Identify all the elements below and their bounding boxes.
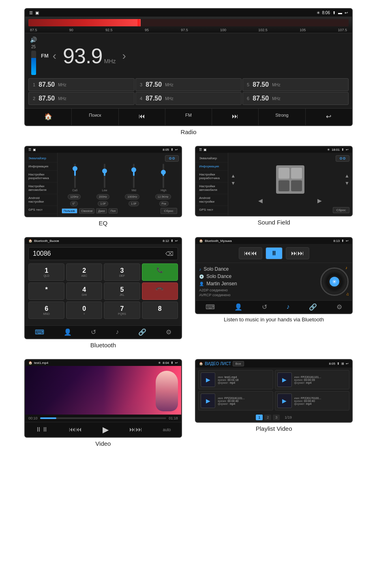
eq-preset-pop[interactable]: Поп [109,208,118,214]
pl-page-2-button[interactable]: 2 [264,415,271,420]
bt-end-button[interactable]: 📞 [142,282,178,300]
bt-music-contacts[interactable]: 👤 [234,303,242,311]
sf-left-arrow[interactable]: ◀ [258,197,263,204]
eq-freq-200[interactable]: 200Hz [96,194,109,199]
eq-preset-jazz[interactable]: Джаз [96,208,107,214]
eq-freq-1000[interactable]: 1000Hz [125,194,139,199]
bt-bottom-contacts[interactable]: 👤 [64,328,72,336]
pl-item-2[interactable]: ▶ имя: FPZ20181101... время: 00:00:40 фо… [198,391,273,411]
bt-key-9[interactable]: 7 PQRS [104,301,140,319]
eq-thumb-low[interactable] [102,169,107,173]
eq-val-1f-1[interactable]: 1.0F [98,201,108,206]
bt-key-7[interactable]: 6 MNO [28,301,64,319]
bt-bottom-recent[interactable]: ↺ [91,328,96,336]
bt-key-3[interactable]: 3 DEF [104,263,140,281]
prev-button[interactable]: ⏮ [119,109,165,125]
bt-bottom-keyboard[interactable]: ⌨ [35,328,44,336]
eq-val-0[interactable]: 0° [70,201,78,206]
back-button[interactable]: ↩ [306,109,352,125]
bt-music-note[interactable]: ♪ [286,303,289,311]
seat-rr[interactable] [291,180,302,191]
pl-page-3-button[interactable]: 3 [273,415,280,420]
bt-bottom-music[interactable]: ♪ [116,328,119,336]
video-track[interactable] [40,417,167,419]
eq-thumb-mid[interactable] [131,167,136,172]
sf-sidebar-gps[interactable]: GPS тест [196,206,228,214]
eq-thumb-high[interactable] [161,170,166,175]
sf-down-button[interactable]: ▼ [231,180,236,186]
eq-thumb-sub[interactable] [73,166,77,171]
bt-backspace-button[interactable]: ⌫ [165,250,174,257]
sf-sidebar-dev[interactable]: Настройки разработчика [196,171,228,182]
sf-up-button[interactable]: ▲ [231,173,236,179]
tuner-track[interactable] [28,19,349,26]
eq-settings-button[interactable]: ⚙⚙ [165,155,179,162]
bt-call-button[interactable]: 📞 [142,263,178,281]
bt-key-6[interactable]: 5 JKL [104,282,140,300]
eq-track-sub[interactable] [74,164,76,188]
preset-5[interactable]: 5 87.50 MHz [242,78,349,91]
prev-freq-button[interactable]: ‹ [53,49,56,62]
sf-right-up-button[interactable]: ▲ [345,173,349,179]
bt-bottom-link[interactable]: 🔗 [138,328,146,336]
bt-music-keyboard[interactable]: ⌨ [206,303,215,311]
fm-button[interactable]: FM [165,109,212,125]
eq-sidebar-equalizer[interactable]: Эквалайзер [25,154,57,163]
eq-sidebar-dev[interactable]: Настройки разработчика [25,171,57,182]
sf-reset-button[interactable]: Сброс [333,207,349,213]
volume-bar[interactable] [31,51,36,75]
preset-4[interactable]: 4 87.50 MHz [135,92,242,105]
seat-fr[interactable] [291,168,302,179]
bt-key-4[interactable]: * [28,282,64,300]
bt-key-hash[interactable]: 8 [142,301,178,319]
bt-music-prev[interactable]: ⏮⏮ [239,247,262,259]
bt-key-5[interactable]: 4 GHI [66,282,102,300]
bt-music-recent[interactable]: ↺ [262,303,267,311]
eq-reset-button[interactable]: Сброс [161,208,177,214]
seat-fl[interactable] [278,168,289,179]
next-button[interactable]: ⏭ [212,109,259,125]
video-prev-button[interactable]: ⏮⏮ [69,426,82,433]
video-next-button[interactable]: ⏭⏭ [129,426,142,433]
eq-val-1f-2[interactable]: 1.0F [129,201,139,206]
eq-track-low[interactable] [104,164,105,188]
sf-sidebar-equalizer[interactable]: Эквалайзер [196,154,228,163]
eq-track-high[interactable] [163,164,164,188]
bt-key-8[interactable]: 0 + [66,301,102,319]
home-button[interactable]: 🏠 [25,109,72,125]
eq-sidebar-info[interactable]: Информация [25,163,57,171]
video-play-button[interactable]: ▶ [103,425,109,434]
bt-bottom-settings[interactable]: ⚙ [166,328,171,336]
bt-music-next[interactable]: ⏭⏭ [286,247,309,259]
sf-settings-button[interactable]: ⚙⚙ [336,155,349,162]
seat-rl[interactable] [278,180,289,191]
eq-freq-120[interactable]: 120Hz [68,194,81,199]
eq-sidebar-android[interactable]: Android настройки [25,194,57,206]
eq-freq-12.5k[interactable]: 12.5KHz [155,194,171,199]
preset-6[interactable]: 6 87.50 MHz [242,92,349,105]
pl-item-0[interactable]: ▶ имя: test1.mp4 время: 00:01:18 формат:… [198,370,273,389]
eq-sidebar-gps[interactable]: GPS тест [25,206,57,214]
sf-sidebar-car[interactable]: Настройки автомобиля [196,182,228,194]
sf-right-down-button[interactable]: ▼ [345,180,349,186]
bt-music-settings[interactable]: ⚙ [336,303,342,311]
bt-music-link[interactable]: 🔗 [309,303,317,311]
strong-button[interactable]: Strong [259,109,305,125]
search-button[interactable]: Поиск [72,109,118,125]
pl-item-1[interactable]: ▶ имя: FPZ20181101... время: 00:00:39 фо… [275,370,349,389]
preset-1[interactable]: 1 87.50 MHz [28,78,135,91]
eq-preset-classical[interactable]: Classical [79,208,94,214]
sf-right-arrow[interactable]: ▶ [317,197,322,204]
pl-filter-button[interactable]: Все [233,361,244,366]
video-auto-label[interactable]: auto [163,428,171,432]
video-eq-button[interactable]: ⏸⏸ [35,426,48,433]
eq-sidebar-car[interactable]: Настройки автомобиля [25,182,57,194]
preset-2[interactable]: 2 87.50 MHz [28,92,135,105]
pl-item-3[interactable]: ▶ имя: FPZ20170100... время: 00:00:40 фо… [275,391,349,411]
bt-key-1[interactable]: 1 QLD [28,263,64,281]
eq-track-mid[interactable] [133,164,135,188]
sf-sidebar-info[interactable]: Информация [196,163,228,171]
bt-key-2[interactable]: 2 ABC [66,263,102,281]
preset-3[interactable]: 3 87.50 MHz [135,78,242,91]
eq-val-rok[interactable]: Рок [159,201,169,206]
